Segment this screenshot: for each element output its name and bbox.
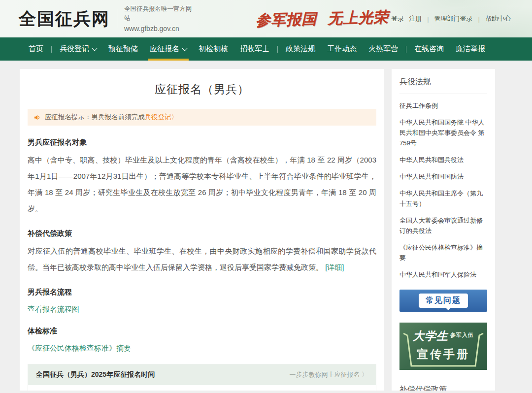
nav-label: 廉洁举报 xyxy=(456,44,485,54)
nav-label: 工作动态 xyxy=(327,44,357,54)
detail-link[interactable]: [详细] xyxy=(325,263,344,271)
enrollment-time-box: 全国征兵（男兵）2025年应征报名时间 一步步教你网上应征报名 〉 上半年应征报… xyxy=(28,364,376,391)
nav-label: 初检初核 xyxy=(199,44,228,54)
law-list: 征兵工作条例 中华人民共和国国务院 中华人民共和国中央军事委员会令 第759号 … xyxy=(399,100,487,280)
notice-bar: 应征报名提示：男兵报名前须完成兵役登记〉 xyxy=(28,109,376,126)
law-item[interactable]: 中华人民共和国国防法 xyxy=(399,171,487,182)
content-card: 应征报名（男兵） 应征报名提示：男兵报名前须完成兵役登记〉 男兵应征报名对象 高… xyxy=(20,69,384,391)
site-header: 全国征兵网 全国征兵报名唯一官方网站 www.gfbzb.gov.cn 参军报国… xyxy=(0,0,532,37)
links-divider: | xyxy=(478,15,480,23)
nav-item-zhengcefagui[interactable]: 政策法规 xyxy=(286,37,315,61)
nav-divider xyxy=(406,46,406,53)
main-nav: 首页 兵役登记 预征预储 应征报名 初检初核 招收军士 政策法规 工作动态 火热… xyxy=(0,37,532,61)
sidebar-title-policy: 补偿代偿政策 xyxy=(399,377,487,391)
physical-standard-link[interactable]: 《应征公民体格检查标准》摘要 xyxy=(28,344,131,352)
nav-label: 政策法规 xyxy=(286,44,315,54)
nav-item-zhaoshoujunshi[interactable]: 招收军士 xyxy=(240,37,269,61)
nav-divider xyxy=(51,46,52,53)
nav-label: 在线咨询 xyxy=(414,44,444,54)
nav-divider xyxy=(277,46,278,53)
nav-item-zaixianzixun[interactable]: 在线咨询 xyxy=(414,37,444,61)
section-body-compensation: 对应征入伍的普通高校毕业生、毕业班学生、在校生，由中央财政实施相应的学费补偿和国… xyxy=(28,243,376,275)
section-heading-targets: 男兵应征报名对象 xyxy=(28,138,376,147)
tagline-text: 全国征兵报名唯一官方网站 xyxy=(124,4,197,23)
faq-banner-label: 常见问题 xyxy=(419,294,468,308)
section-heading-process: 男兵报名流程 xyxy=(28,288,376,297)
law-item[interactable]: 中华人民共和国军人保险法 xyxy=(399,269,487,280)
law-item[interactable]: 《应征公民体格检查标准》摘要 xyxy=(399,242,487,263)
nav-item-home[interactable]: 首页 xyxy=(29,37,43,61)
admin-login-link[interactable]: 管理部门登录 xyxy=(434,14,473,23)
time-box-title: 全国征兵（男兵）2025年应征报名时间 xyxy=(36,370,155,379)
time-box-header: 全国征兵（男兵）2025年应征报名时间 一步步教你网上应征报名 〉 xyxy=(28,364,376,385)
slogan-calligraphy: 参军报国无上光荣 xyxy=(256,7,389,31)
sidebar-title-laws: 兵役法规 xyxy=(399,69,487,94)
logo-divider xyxy=(117,9,117,29)
links-divider: | xyxy=(427,15,429,23)
help-center-link[interactable]: 帮助中心 xyxy=(485,14,511,23)
bingyidengji-link[interactable]: 兵役登记〉 xyxy=(145,113,178,122)
nav-item-huorejunying[interactable]: 火热军营 xyxy=(368,37,398,61)
page: 全国征兵网 全国征兵报名唯一官方网站 www.gfbzb.gov.cn 参军报国… xyxy=(0,0,532,393)
law-item[interactable]: 中华人民共和国国务院 中华人民共和国中央军事委员会令 第759号 xyxy=(399,117,487,148)
notice-text: 应征报名提示：男兵报名前须完成 xyxy=(45,113,145,122)
nav-label: 兵役登记 xyxy=(60,44,89,54)
handbook-banner-text: 大学生参军入伍 宣传手册 xyxy=(399,328,487,362)
site-tagline: 全国征兵报名唯一官方网站 www.gfbzb.gov.cn xyxy=(124,4,197,33)
online-guide-link[interactable]: 一步步教你网上应征报名 〉 xyxy=(289,370,368,379)
speaker-icon xyxy=(33,114,41,121)
section-body-targets: 高中（含中专、职高、技校）毕业生及以上文化程度的青年（含高校在校生），年满 18… xyxy=(28,152,376,217)
login-link[interactable]: 登录 xyxy=(391,14,404,23)
header-links: 登录 注册 | 管理部门登录 | 帮助中心 xyxy=(389,14,513,23)
nav-label: 预征预储 xyxy=(108,44,138,54)
handbook-line2: 宣传手册 xyxy=(399,347,487,362)
nav-list: 首页 兵役登记 预征预储 应征报名 初检初核 招收军士 政策法规 工作动态 火热… xyxy=(0,37,532,61)
handbook-banner[interactable]: 大学生参军入伍 宣传手册 xyxy=(399,323,487,370)
faq-banner[interactable]: 常见问题 xyxy=(399,290,487,312)
law-item[interactable]: 中华人民共和国兵役法 xyxy=(399,155,487,165)
nav-item-gongzuodongtai[interactable]: 工作动态 xyxy=(327,37,357,61)
handbook-line1-small: 参军入伍 xyxy=(450,332,474,338)
chevron-down-icon xyxy=(182,45,187,51)
nav-label: 首页 xyxy=(29,44,43,54)
nav-label: 招收军士 xyxy=(240,44,269,54)
handbook-line1-big: 大学生 xyxy=(413,329,448,342)
register-link[interactable]: 注册 xyxy=(409,14,422,23)
nav-item-lianjiejubao[interactable]: 廉洁举报 xyxy=(456,37,485,61)
site-url: www.gfbzb.gov.cn xyxy=(124,24,197,33)
process-diagram-link[interactable]: 查看报名流程图 xyxy=(28,305,79,313)
site-logo[interactable]: 全国征兵网 xyxy=(19,7,110,31)
nav-item-yuzhengyuchu[interactable]: 预征预储 xyxy=(108,37,138,61)
time-box-body: 上半年应征报名：2024年12月1日 至 2025年2月10日24时 下半年应征… xyxy=(28,385,376,391)
time-row-first-half: 上半年应征报名：2024年12月1日 至 2025年2月10日24时 xyxy=(33,387,371,391)
section-heading-physical: 体检标准 xyxy=(28,327,376,336)
law-item[interactable]: 中华人民共和国主席令（第九十五号） xyxy=(399,188,487,209)
page-title: 应征报名（男兵） xyxy=(28,82,376,97)
sidebar-card: 兵役法规 征兵工作条例 中华人民共和国国务院 中华人民共和国中央军事委员会令 第… xyxy=(392,69,495,391)
nav-label: 应征报名 xyxy=(150,44,179,54)
nav-label: 火热军营 xyxy=(368,44,398,54)
slogan-right: 无上光荣 xyxy=(328,8,389,27)
law-item[interactable]: 全国人大常委会审议通过新修订的兵役法 xyxy=(399,215,487,236)
nav-item-chujianchuke[interactable]: 初检初核 xyxy=(199,37,228,61)
compensation-text: 对应征入伍的普通高校毕业生、毕业班学生、在校生，由中央财政实施相应的学费补偿和国… xyxy=(28,247,376,271)
nav-item-bingyidengji[interactable]: 兵役登记 xyxy=(60,37,97,61)
slogan-left: 参军报国 xyxy=(256,10,317,29)
nav-item-yingzhengbaoming[interactable]: 应征报名 xyxy=(150,37,187,61)
law-item[interactable]: 征兵工作条例 xyxy=(399,100,487,111)
chevron-down-icon xyxy=(92,45,97,51)
section-heading-compensation: 补偿代偿政策 xyxy=(28,229,376,238)
